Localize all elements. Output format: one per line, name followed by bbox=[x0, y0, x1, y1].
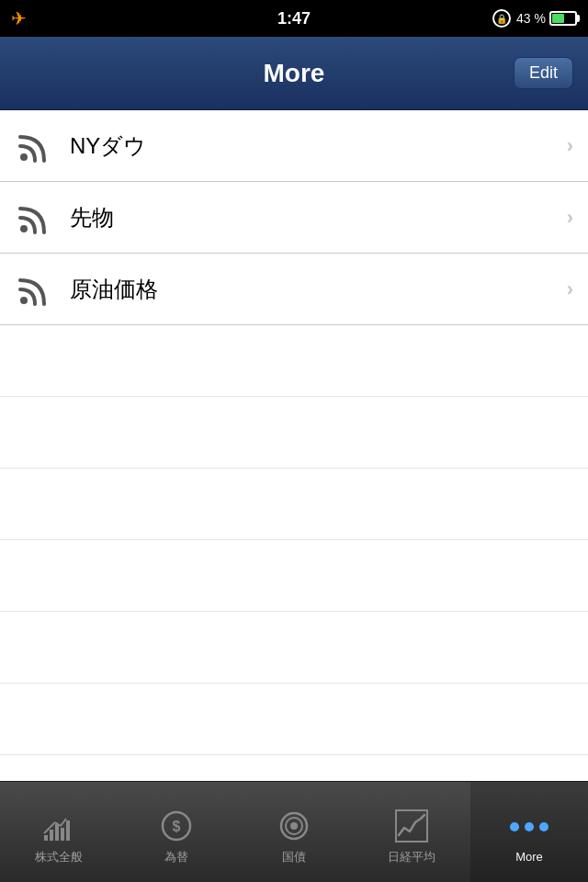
battery-container: 43 % bbox=[516, 11, 577, 26]
nikkei-icon bbox=[392, 807, 431, 845]
status-bar-right: 🔒 43 % bbox=[492, 9, 577, 28]
lock-icon: 🔒 bbox=[492, 9, 511, 28]
tab-label-stocks: 株式全般 bbox=[35, 849, 83, 865]
svg-point-16 bbox=[290, 822, 298, 830]
chevron-icon-3: › bbox=[567, 277, 573, 301]
tab-bar: 株式全般 $ 為替 国債 日経平均 bbox=[0, 781, 588, 882]
battery-icon bbox=[549, 11, 577, 26]
nav-bar: More Edit bbox=[0, 37, 588, 110]
dot-3 bbox=[539, 822, 548, 831]
empty-row bbox=[0, 684, 588, 755]
nav-title: More bbox=[264, 59, 325, 88]
svg-rect-6 bbox=[61, 828, 64, 841]
list-item[interactable]: 原油価格 › bbox=[0, 254, 588, 325]
list-item[interactable]: 先物 › bbox=[0, 182, 588, 254]
list-item[interactable]: NYダウ › bbox=[0, 110, 588, 182]
rss-icon bbox=[15, 198, 55, 238]
tab-item-stocks[interactable]: 株式全般 bbox=[0, 782, 118, 882]
tab-label-forex: 為替 bbox=[164, 849, 188, 865]
target-icon bbox=[275, 807, 313, 845]
svg-line-11 bbox=[61, 819, 66, 826]
svg-line-8 bbox=[44, 828, 50, 833]
svg-rect-5 bbox=[55, 824, 59, 841]
status-bar-time: 1:47 bbox=[277, 9, 311, 28]
tab-item-more[interactable]: More bbox=[470, 782, 588, 882]
svg-point-0 bbox=[20, 153, 28, 161]
status-bar-left: ✈ bbox=[11, 7, 27, 29]
tab-label-bonds: 国債 bbox=[282, 849, 306, 865]
empty-row bbox=[0, 612, 588, 684]
svg-rect-7 bbox=[66, 820, 70, 841]
tab-label-nikkei: 日経平均 bbox=[388, 849, 435, 865]
content-area: NYダウ › 先物 › 原油 bbox=[0, 110, 588, 781]
item-label-2: 先物 bbox=[70, 203, 567, 232]
svg-point-2 bbox=[20, 297, 28, 304]
stocks-icon bbox=[40, 807, 78, 845]
empty-row bbox=[0, 397, 588, 469]
item-label-1: NYダウ bbox=[70, 131, 567, 161]
airplane-icon: ✈ bbox=[11, 7, 27, 29]
svg-point-1 bbox=[20, 225, 28, 232]
empty-row bbox=[0, 325, 588, 397]
rss-icon bbox=[15, 269, 55, 310]
empty-row bbox=[0, 469, 588, 540]
dot-1 bbox=[510, 822, 519, 831]
battery-fill bbox=[552, 14, 564, 23]
svg-rect-3 bbox=[44, 835, 48, 841]
dots-icon bbox=[510, 808, 548, 846]
tab-label-more: More bbox=[515, 850, 543, 864]
tab-item-bonds[interactable]: 国債 bbox=[235, 782, 353, 882]
dot-2 bbox=[525, 822, 534, 831]
chevron-icon-1: › bbox=[567, 134, 573, 158]
status-bar: ✈ 1:47 🔒 43 % bbox=[0, 0, 588, 37]
empty-row bbox=[0, 755, 588, 781]
tab-item-nikkei[interactable]: 日経平均 bbox=[353, 782, 470, 882]
svg-text:$: $ bbox=[173, 819, 181, 834]
empty-row bbox=[0, 540, 588, 612]
svg-line-9 bbox=[50, 822, 55, 828]
edit-button[interactable]: Edit bbox=[514, 57, 573, 89]
battery-percent: 43 % bbox=[516, 11, 546, 26]
rss-icon bbox=[15, 126, 55, 166]
forex-icon: $ bbox=[157, 807, 196, 845]
chevron-icon-2: › bbox=[567, 206, 573, 230]
svg-rect-17 bbox=[396, 810, 427, 842]
svg-rect-4 bbox=[50, 830, 53, 841]
tab-item-forex[interactable]: $ 為替 bbox=[118, 782, 235, 882]
item-label-3: 原油価格 bbox=[70, 275, 567, 304]
list-container: NYダウ › 先物 › 原油 bbox=[0, 110, 588, 781]
